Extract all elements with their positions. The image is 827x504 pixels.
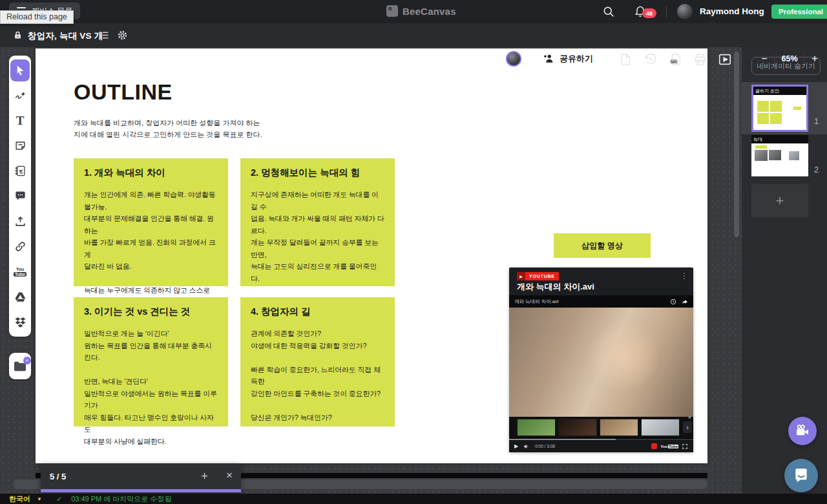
cursor-icon [14,64,26,76]
print-icon[interactable] [693,52,707,67]
outline-list-icon[interactable] [98,30,110,41]
thumbnail-preview-dash [793,107,801,110]
player-overlay-title: 개와 늑대의 차이.avi [514,299,670,305]
logo-icon [386,5,398,17]
zoom-in-button[interactable]: + [806,50,823,67]
document-title[interactable]: 창업자, 늑대 VS 개 [28,30,103,42]
volume-icon[interactable] [523,443,530,450]
tool-link-button[interactable] [10,236,30,258]
related-thumbnail[interactable] [558,419,597,436]
folder-add-badge: + [23,357,31,364]
tool-note-button[interactable] [10,135,30,157]
share-button[interactable]: 공유하기 [532,50,604,67]
content-box-3[interactable]: 3. 이기는 것 vs 견디는 것 일반적으로 개는 늘 '이긴다' 원하는 목… [74,297,228,426]
video-camera-icon [795,423,810,439]
tool-text-button[interactable]: T [10,110,30,132]
video-title: 개와 늑대의 차이.avi [517,281,594,293]
tool-youtube-button[interactable]: You Tube [10,261,30,283]
search-icon[interactable] [602,5,615,18]
tool-dropbox-button[interactable] [10,311,30,333]
related-thumbnail[interactable] [517,419,556,436]
fullscreen-icon[interactable] [682,443,688,450]
dropbox-icon [14,316,26,328]
divider [666,6,667,17]
present-icon[interactable] [718,52,732,67]
collaborator-avatar[interactable] [506,51,521,67]
beecanvas-logo[interactable]: BeeCanvas [386,5,456,17]
text-icon: T [16,114,25,128]
history-icon[interactable] [644,52,658,67]
youtube-play-icon: ▶ [517,272,525,280]
youtube-red-icon[interactable] [651,443,657,449]
video-card-header: ▶ YOUTUBE ⋮ 개와 늑대의 차이.avi [509,268,693,295]
canvas-page[interactable]: OUTLINE 개와 늑대를 비교하며, 창업자가 어떠한 성향을 가져야 하는… [36,48,707,463]
time-display: 0:00 / 3:08 [535,444,646,448]
tool-comment-button[interactable] [10,185,30,207]
export-pdf-icon[interactable]: PDF [669,52,683,67]
library-panel[interactable]: + [9,353,31,379]
content-box-1[interactable]: 1. 개와 늑대의 차이 개는 인간에게 의존. 빠른 학습력. 야생활동 불가… [74,158,228,286]
pager-progress-bar [41,489,241,492]
kebab-menu-icon[interactable]: ⋮ [680,271,688,280]
divider [774,54,775,63]
add-page-button[interactable]: + [201,469,208,483]
box-body: 일반적으로 개는 늘 '이긴다' 원하는 목표를 인간을 통해 대부분 충족시킨… [84,328,218,447]
insert-video-label[interactable]: 삽입할 영상 [554,233,651,258]
tool-select-button[interactable] [10,59,30,81]
tools-sidebar: T You Tube [9,56,31,337]
comment-icon [14,190,26,202]
related-thumbnail[interactable] [600,419,638,436]
youtube-icon: You Tube [14,267,26,277]
user-avatar[interactable] [677,4,693,19]
new-page-icon[interactable] [618,52,633,67]
caret-down-icon[interactable]: ▼ [37,496,42,502]
divider [804,54,804,63]
strip-next-icon[interactable]: › [683,421,692,433]
page-thumbnail-1[interactable]: 글쓰기 초안 [751,85,808,132]
plan-badge[interactable]: Professional [771,5,827,19]
pen-icon [14,89,26,101]
strip-close-icon[interactable]: × [688,415,691,421]
status-bar: 한국어 ▼ ✓ 03:49 PM 에 마지막으로 수정됨 [0,494,827,504]
canvas-workspace[interactable]: OUTLINE 개와 늑대를 비교하며, 창업자가 어떠한 성향을 가져야 하는… [0,47,827,504]
signature-pad-icon [14,165,26,177]
beecanvas-app: OUTLINE 개와 늑대를 비교하며, 창업자가 어떠한 성향을 가져야 하는… [0,0,827,504]
youtube-video-card[interactable]: ▶ YOUTUBE ⋮ 개와 늑대의 차이.avi 개와 늑대의 차이.avi [509,268,693,452]
related-thumbnail[interactable] [641,419,680,436]
share-arrow-icon[interactable] [682,299,688,305]
thumbnail-image [769,150,781,160]
page-thumbnail-2[interactable]: 늑대 [751,135,808,176]
youtube-logo[interactable]: YouTube [660,445,678,448]
tool-google-drive-button[interactable] [10,286,30,308]
chat-bubble-icon [793,467,810,484]
play-button[interactable]: ▶ [514,443,518,449]
video-call-button[interactable] [788,417,817,445]
content-box-4[interactable]: 4. 창업자의 길 관계에 의존할 것인가? 야생에 대한 적응력을 강화할 것… [240,297,395,426]
tool-pen-button[interactable] [10,85,30,107]
player-top-bar: 개와 늑대의 차이.avi [509,295,693,308]
note-icon [14,140,26,152]
share-label: 공유하기 [560,53,593,65]
divider [740,52,741,65]
page-number: 1 [814,117,819,126]
tool-upload-button[interactable] [10,211,30,233]
lock-icon[interactable] [13,30,23,41]
last-saved-text: 03:49 PM 에 마지막으로 수정됨 [71,494,171,504]
thumbnail-image [789,151,799,160]
close-pager-button[interactable]: × [226,469,233,482]
video-frame[interactable] [509,308,693,417]
zoom-out-button[interactable]: − [756,50,773,67]
watch-later-icon[interactable] [670,299,676,305]
settings-gear-icon[interactable] [117,30,128,41]
thumbnail-image [755,150,768,161]
notification-count-badge[interactable]: 48 [642,8,656,18]
content-box-2[interactable]: 2. 멍청해보이는 늑대의 힘 지구상에 존재하는 어떠한 개도 늑대를 이길 … [240,158,395,286]
chat-messenger-button[interactable] [784,459,818,492]
page-title: OUTLINE [74,79,173,105]
video-player[interactable]: 개와 늑대의 차이.avi × › [509,295,693,452]
tool-signature-pad-button[interactable] [10,160,30,182]
language-selector[interactable]: 한국어 [9,494,30,504]
add-page-tile[interactable]: + [751,184,808,217]
vertical-scrollbar[interactable] [734,52,739,237]
zoom-level[interactable]: 65% [777,50,802,67]
